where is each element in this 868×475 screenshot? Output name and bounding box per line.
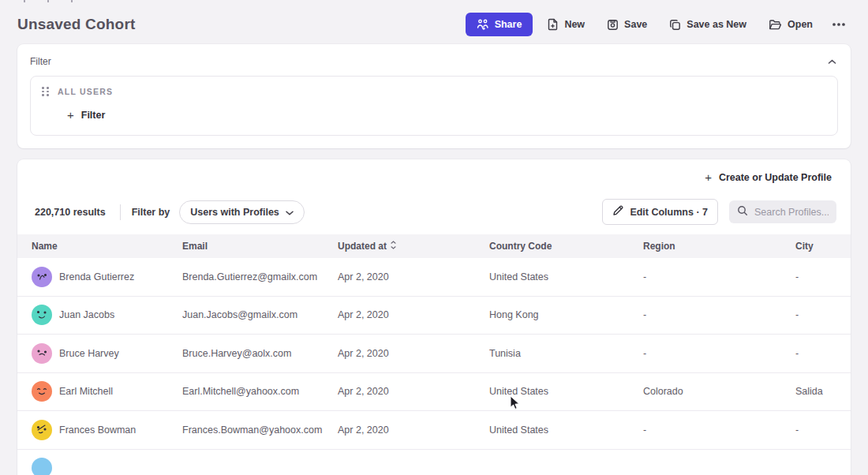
profile-updated: Apr 2, 2020 — [338, 309, 489, 320]
search-icon — [737, 205, 748, 219]
sort-icon — [391, 241, 396, 252]
drag-handle-icon[interactable] — [42, 87, 49, 96]
profile-updated: Apr 2, 2020 — [338, 386, 489, 397]
profile-name: Brenda Gutierrez — [59, 271, 134, 282]
profile-city: - — [795, 309, 836, 320]
top-bar: Unsaved Cohort Share New — [0, 0, 868, 44]
table-row[interactable]: Bruce Harvey Bruce.Harvey@aolx.com Apr 2… — [17, 335, 851, 373]
chevron-down-icon — [286, 207, 294, 218]
profile-updated: Apr 2, 2020 — [338, 271, 489, 282]
profile-name: Earl Mitchell — [59, 386, 113, 397]
profiles-filter-dropdown[interactable]: Users with Profiles — [179, 200, 305, 224]
profile-region: - — [643, 425, 795, 436]
search-profiles-input[interactable] — [754, 207, 829, 218]
profile-region: Colorado — [643, 386, 795, 397]
chevron-up-icon — [828, 55, 836, 67]
avatar — [32, 267, 52, 287]
profile-city: - — [795, 271, 836, 282]
add-filter-button[interactable]: + Filter — [67, 109, 105, 121]
profile-country: Tunisia — [489, 348, 643, 359]
column-header-email: Email — [182, 241, 338, 252]
collapse-filter-button[interactable] — [826, 54, 838, 69]
more-options-button[interactable] — [827, 17, 851, 32]
filter-panel-label: Filter — [30, 56, 51, 67]
all-users-label: ALL USERS — [58, 87, 113, 96]
save-button[interactable]: Save — [599, 13, 655, 36]
profile-country: United States — [489, 386, 643, 397]
column-header-country-code: Country Code — [489, 241, 643, 252]
profile-email: Brenda.Gutierrez@gmailx.com — [182, 271, 338, 282]
table-row[interactable]: Frances Bowman Frances.Bowman@yahoox.com… — [17, 411, 851, 450]
profile-country: United States — [489, 425, 643, 436]
profile-email: Bruce.Harvey@aolx.com — [182, 348, 338, 359]
divider — [120, 204, 121, 220]
filter-panel: Filter ALL USERS + Filter — [17, 44, 851, 148]
column-header-name: Name — [32, 241, 182, 252]
new-file-icon — [547, 18, 559, 31]
profiles-panel: + Create or Update Profile 220,710 resul… — [17, 159, 851, 475]
profile-name: Frances Bowman — [59, 425, 136, 436]
folder-open-icon — [769, 19, 782, 31]
share-button[interactable]: Share — [466, 13, 533, 36]
filter-group-all-users: ALL USERS + Filter — [30, 76, 838, 136]
duplicate-icon — [669, 19, 681, 31]
table-header-row: Name Email Updated at Country Code Regio… — [17, 234, 851, 258]
column-header-updated-at[interactable]: Updated at — [338, 241, 489, 252]
profile-city: - — [795, 425, 836, 436]
profile-country: United States — [489, 271, 643, 282]
avatar — [32, 420, 52, 440]
profile-region: - — [643, 309, 795, 320]
table-row[interactable]: Brenda Gutierrez Brenda.Gutierrez@gmailx… — [17, 258, 851, 297]
save-icon — [607, 19, 619, 31]
plus-icon: + — [705, 171, 712, 183]
open-button[interactable]: Open — [761, 13, 821, 36]
table-row[interactable]: Earl Mitchell Earl.Mitchell@yahoox.com A… — [17, 373, 851, 412]
profile-updated: Apr 2, 2020 — [338, 425, 489, 436]
pencil-icon — [612, 205, 623, 219]
ellipsis-icon — [832, 22, 846, 27]
avatar — [32, 458, 52, 475]
profile-region: - — [643, 271, 795, 282]
profile-email: Earl.Mitchell@yahoox.com — [182, 386, 338, 397]
avatar — [32, 343, 52, 364]
results-count: 220,710 results — [32, 207, 109, 218]
avatar — [32, 305, 52, 325]
profile-name: Bruce Harvey — [59, 348, 119, 359]
table-row[interactable] — [17, 450, 851, 475]
create-or-update-profile-button[interactable]: + Create or Update Profile — [705, 171, 832, 183]
profile-city: - — [795, 348, 836, 359]
search-profiles-box — [729, 200, 836, 223]
breadcrumb-clipped — [24, 0, 73, 2]
share-users-icon — [477, 19, 489, 30]
profile-city: Salida — [795, 386, 836, 397]
toolbar: Share New Save — [466, 13, 851, 36]
avatar — [32, 381, 52, 402]
edit-columns-button[interactable]: Edit Columns · 7 — [602, 199, 718, 225]
save-as-new-button[interactable]: Save as New — [661, 13, 754, 36]
filter-by-label: Filter by — [132, 207, 170, 218]
results-toolbar: 220,710 results Filter by Users with Pro… — [17, 194, 851, 234]
page-title: Unsaved Cohort — [17, 16, 136, 33]
profile-updated: Apr 2, 2020 — [338, 348, 489, 359]
table-row[interactable]: Juan Jacobs Juan.Jacobs@gmailx.com Apr 2… — [17, 297, 851, 335]
profile-email: Juan.Jacobs@gmailx.com — [182, 309, 338, 320]
profile-email: Frances.Bowman@yahoox.com — [182, 425, 338, 436]
column-header-region: Region — [643, 241, 795, 252]
column-header-city: City — [795, 241, 836, 252]
profile-country: Hong Kong — [489, 309, 643, 320]
profile-region: - — [643, 348, 795, 359]
plus-icon: + — [67, 109, 74, 121]
profile-name: Juan Jacobs — [59, 309, 114, 320]
new-button[interactable]: New — [539, 13, 593, 36]
